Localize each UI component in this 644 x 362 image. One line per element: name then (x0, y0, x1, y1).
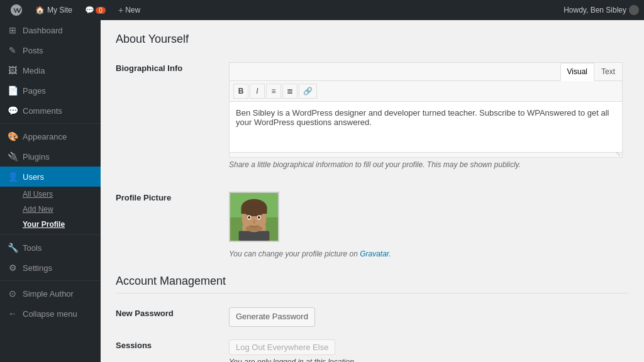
bio-description: Share a little biographical information … (229, 160, 623, 169)
bio-row: Biographical Info Visual Text B I ≡ ≣ (116, 56, 629, 175)
sidebar-item-comments[interactable]: 💬 Comments (0, 101, 101, 121)
sessions-note: You are only logged in at this location. (229, 358, 623, 362)
wp-logo-item[interactable] (5, 0, 28, 20)
collapse-label: Collapse menu (23, 309, 77, 319)
sidebar-item-label: Posts (23, 46, 43, 55)
sidebar-subitem-your-profile[interactable]: Your Profile (0, 217, 101, 232)
profile-pic-container: You can change your profile picture on G… (229, 192, 623, 258)
comments-item[interactable]: 💬 0 (80, 0, 111, 20)
sidebar-item-settings[interactable]: ⚙ Settings (0, 258, 101, 278)
howdy-text[interactable]: Howdy, Ben Sibley (564, 5, 639, 15)
plugins-icon: 🔌 (8, 151, 18, 162)
tools-icon: 🔧 (8, 243, 18, 253)
about-yourself-table: Biographical Info Visual Text B I ≡ ≣ (116, 56, 629, 175)
sidebar-item-simple-author[interactable]: ⊙ Simple Author (0, 283, 101, 304)
admin-bar: 🏠 My Site 💬 0 + New Howdy, Ben Sibley (0, 0, 644, 20)
sidebar-item-label: Settings (23, 263, 52, 273)
svg-point-12 (245, 226, 262, 232)
gravatar-link[interactable]: Gravatar (360, 250, 389, 258)
sidebar-subitem-all-users[interactable]: All Users (0, 187, 101, 202)
sidebar-item-label: Dashboard (23, 26, 63, 35)
settings-icon: ⚙ (8, 263, 18, 273)
tab-visual[interactable]: Visual (560, 63, 594, 81)
sidebar-item-label: Simple Author (23, 289, 74, 299)
gravatar-description: You can change your profile picture on G… (229, 250, 623, 258)
sidebar-item-appearance[interactable]: 🎨 Appearance (0, 126, 101, 146)
sidebar-item-media[interactable]: 🖼 Media (0, 60, 101, 80)
account-management-title: Account Management (116, 275, 629, 293)
sidebar-item-posts[interactable]: ✎ Posts (0, 40, 101, 60)
profile-picture-table: Profile Picture (116, 185, 629, 265)
new-password-label: New Password (116, 309, 174, 318)
generate-password-button[interactable]: Generate Password (229, 307, 315, 327)
menu-separator-1 (0, 123, 101, 124)
sidebar-item-label: Media (23, 66, 45, 75)
sidebar-item-label: Plugins (23, 152, 50, 162)
sidebar-item-plugins[interactable]: 🔌 Plugins (0, 146, 101, 167)
comment-count: 0 (96, 7, 106, 14)
admin-menu: ⊞ Dashboard ✎ Posts 🖼 Media 📄 Pages 💬 Co… (0, 20, 101, 362)
editor-toolbar: B I ≡ ≣ 🔗 (230, 81, 622, 102)
resize-handle[interactable]: ⤡ (614, 150, 622, 157)
svg-rect-3 (239, 231, 270, 241)
account-management-table: New Password Generate Password Sessions … (116, 301, 629, 362)
new-content-item[interactable]: + New (113, 0, 145, 20)
bio-text-content[interactable]: Ben Sibley is a WordPress designer and d… (230, 102, 622, 152)
bio-editor: Visual Text B I ≡ ≣ 🔗 Ben Sibley is a Wo… (229, 62, 623, 158)
logout-everywhere-button[interactable]: Log Out Everywhere Else (229, 339, 335, 355)
sidebar-item-label: Users (23, 172, 44, 182)
svg-point-10 (258, 216, 260, 219)
italic-button[interactable]: I (250, 84, 265, 99)
users-icon: 👤 (8, 172, 18, 182)
plus-icon: + (118, 5, 123, 15)
dashboard-icon: ⊞ (8, 25, 18, 35)
sidebar-item-dashboard[interactable]: ⊞ Dashboard (0, 20, 101, 40)
main-content: About Yourself Biographical Info Visual … (101, 20, 644, 362)
ordered-list-button[interactable]: ≣ (282, 84, 297, 99)
pages-icon: 📄 (8, 85, 18, 96)
collapse-icon: ← (8, 309, 18, 319)
about-yourself-title: About Yourself (116, 33, 629, 46)
bio-label: Biographical Info (116, 63, 182, 73)
svg-point-11 (253, 220, 255, 224)
site-name-item[interactable]: 🏠 My Site (30, 0, 77, 20)
comments-icon: 💬 (8, 106, 18, 116)
svg-point-9 (248, 216, 250, 219)
editor-footer: ⤡ (230, 152, 622, 157)
sessions-row: Sessions Log Out Everywhere Else You are… (116, 333, 629, 362)
menu-separator-3 (0, 280, 101, 281)
posts-icon: ✎ (8, 45, 18, 55)
svg-rect-6 (242, 207, 267, 214)
sessions-label: Sessions (116, 341, 152, 350)
site-name-label: My Site (47, 6, 72, 14)
bold-button[interactable]: B (233, 84, 248, 99)
unordered-list-button[interactable]: ≡ (266, 84, 281, 99)
media-icon: 🖼 (8, 65, 18, 75)
comment-icon: 💬 (85, 6, 94, 14)
profile-picture-row: Profile Picture (116, 185, 629, 265)
link-button[interactable]: 🔗 (299, 84, 317, 99)
profile-picture-label: Profile Picture (116, 193, 171, 202)
sidebar-item-users[interactable]: 👤 Users (0, 167, 101, 187)
sidebar-item-label: Tools (23, 243, 42, 253)
editor-tabs: Visual Text (230, 63, 622, 81)
user-avatar (629, 5, 639, 15)
simple-author-icon: ⊙ (8, 288, 18, 299)
sidebar-item-label: Comments (23, 106, 62, 116)
new-label: New (125, 6, 140, 14)
sidebar-item-collapse[interactable]: ← Collapse menu (0, 304, 101, 324)
sidebar-item-tools[interactable]: 🔧 Tools (0, 238, 101, 258)
sidebar-item-pages[interactable]: 📄 Pages (0, 80, 101, 101)
sidebar-subitem-add-new[interactable]: Add New (0, 202, 101, 217)
tab-text[interactable]: Text (594, 63, 622, 80)
profile-pic-image (229, 192, 279, 242)
menu-separator-2 (0, 234, 101, 235)
new-password-row: New Password Generate Password (116, 301, 629, 333)
sidebar-item-label: Appearance (23, 132, 67, 141)
sidebar-item-label: Pages (23, 86, 46, 96)
appearance-icon: 🎨 (8, 131, 18, 141)
